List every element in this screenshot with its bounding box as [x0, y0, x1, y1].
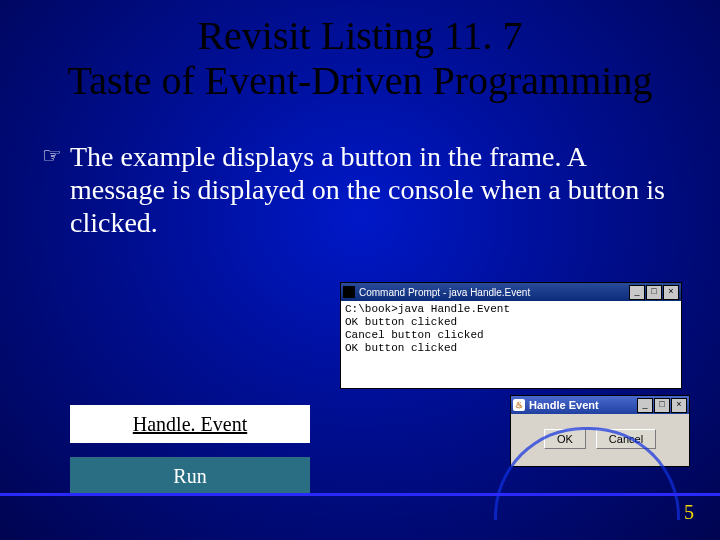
cmd-titlebar: Command Prompt - java Handle.Event _ □ × — [341, 283, 681, 301]
java-minimize-button[interactable]: _ — [637, 398, 653, 413]
command-prompt-window: Command Prompt - java Handle.Event _ □ ×… — [340, 282, 682, 389]
cmd-output: C:\book>java Handle.Event OK button clic… — [341, 301, 681, 357]
java-icon: ♨ — [513, 399, 525, 411]
cmd-title-text: Command Prompt - java Handle.Event — [359, 287, 530, 298]
java-maximize-button[interactable]: □ — [654, 398, 670, 413]
slide: Revisit Listing 11. 7 Taste of Event-Dri… — [0, 0, 720, 540]
footer-line — [0, 493, 720, 496]
cmd-minimize-button[interactable]: _ — [629, 285, 645, 300]
slide-buttons: Handle. Event Run — [70, 405, 310, 495]
title-line-1: Revisit Listing 11. 7 — [0, 14, 720, 59]
cmd-icon — [343, 286, 355, 298]
java-titlebar: ♨ Handle Event _ □ × — [511, 396, 689, 414]
body-text: ☞ The example displays a button in the f… — [42, 140, 678, 239]
cmd-maximize-button[interactable]: □ — [646, 285, 662, 300]
handle-event-button[interactable]: Handle. Event — [70, 405, 310, 443]
hand-bullet-icon: ☞ — [42, 140, 62, 172]
run-button[interactable]: Run — [70, 457, 310, 495]
page-number: 5 — [684, 501, 694, 524]
cmd-close-button[interactable]: × — [663, 285, 679, 300]
bullet-content: The example displays a button in the fra… — [70, 140, 678, 239]
java-title-text: Handle Event — [529, 399, 599, 411]
slide-title: Revisit Listing 11. 7 Taste of Event-Dri… — [0, 14, 720, 104]
java-close-button[interactable]: × — [671, 398, 687, 413]
title-line-2: Taste of Event-Driven Programming — [0, 59, 720, 104]
